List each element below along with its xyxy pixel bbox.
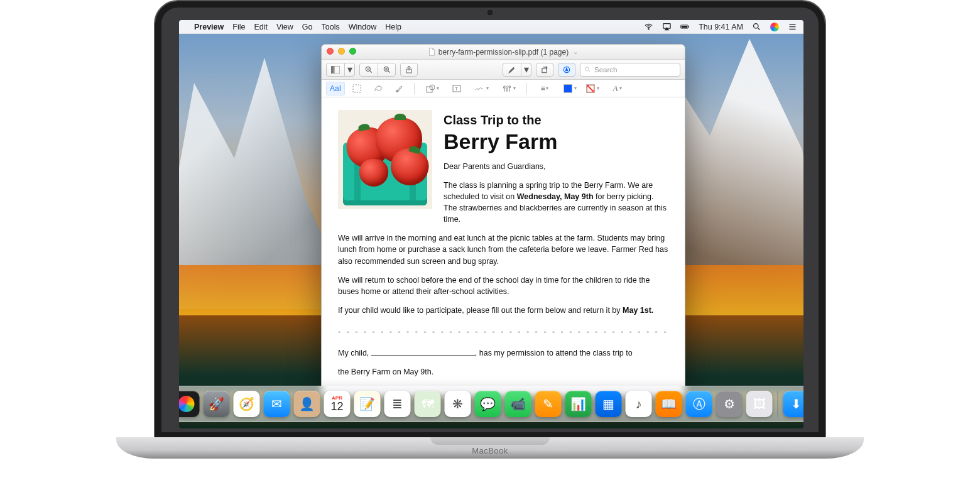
dock-appstore[interactable]: Ⓐ xyxy=(686,391,712,417)
svg-point-34 xyxy=(506,89,508,90)
doc-greeting: Dear Parents and Guardians, xyxy=(444,161,668,172)
highlight-button[interactable]: ▾ xyxy=(503,63,531,77)
app-menu[interactable]: Preview xyxy=(194,23,224,31)
menubar-clock[interactable]: Thu 9:41 AM xyxy=(699,23,743,31)
hardware-label: MacBook xyxy=(116,446,864,455)
laptop-base: MacBook xyxy=(116,437,864,459)
rotate-button[interactable] xyxy=(536,63,553,77)
close-button[interactable] xyxy=(327,48,334,55)
svg-line-23 xyxy=(589,70,590,72)
permission-line-1: My child, , has my permission to attend … xyxy=(338,347,668,359)
lasso-button[interactable] xyxy=(369,82,388,95)
laptop-frame: Preview File Edit View Go Tools Window H… xyxy=(116,0,864,490)
font-style-button[interactable]: A xyxy=(605,82,630,95)
instant-alpha-button[interactable] xyxy=(390,82,409,95)
dock-notes[interactable]: 📝 xyxy=(354,391,381,417)
webcam xyxy=(487,10,493,15)
svg-line-6 xyxy=(758,28,760,30)
dock-calendar[interactable]: APR12 xyxy=(324,391,351,417)
svg-rect-10 xyxy=(331,66,334,74)
dock-maps[interactable]: 🗺 xyxy=(415,391,441,417)
dock-keynote[interactable]: ▦ xyxy=(596,391,622,417)
svg-point-5 xyxy=(754,24,759,29)
sign-button[interactable] xyxy=(469,82,494,95)
svg-point-0 xyxy=(648,29,649,30)
markup-toggle-button[interactable] xyxy=(558,63,575,77)
menu-tools[interactable]: Tools xyxy=(322,23,340,31)
menubar: Preview File Edit View Go Tools Window H… xyxy=(179,20,803,34)
permission-line-2: the Berry Farm on May 9th. xyxy=(338,366,668,378)
notification-center-icon[interactable] xyxy=(788,22,797,31)
border-color-button[interactable] xyxy=(560,82,580,95)
window-controls xyxy=(327,48,356,55)
text-style-button[interactable]: AaI xyxy=(326,82,345,95)
dock-ibooks[interactable]: 📖 xyxy=(656,391,682,417)
title-dropdown-icon[interactable]: ⌄ xyxy=(573,48,578,55)
airplay-icon[interactable] xyxy=(662,22,672,31)
dock-safari[interactable]: 🧭 xyxy=(234,391,260,417)
dock-contacts[interactable]: 👤 xyxy=(294,391,320,417)
sidebar-view-button[interactable]: ▾ xyxy=(326,63,355,77)
search-placeholder: Search xyxy=(594,66,617,74)
markup-toolbar: AaI T ≡ A xyxy=(322,80,685,97)
dock-preferences[interactable]: ⚙ xyxy=(716,391,743,417)
text-box-button[interactable]: T xyxy=(447,82,466,95)
menu-help[interactable]: Help xyxy=(385,23,401,31)
siri-icon[interactable] xyxy=(770,23,779,31)
dock-reminders[interactable]: ≣ xyxy=(384,391,411,417)
spotlight-icon[interactable] xyxy=(752,22,761,31)
document-page[interactable]: Class Trip to the Berry Farm Dear Parent… xyxy=(322,97,685,395)
dock-facetime[interactable]: 📹 xyxy=(505,391,531,417)
menu-view[interactable]: View xyxy=(276,23,293,31)
dock-mail[interactable]: ✉ xyxy=(264,391,290,417)
svg-rect-24 xyxy=(353,85,361,92)
zoom-button[interactable] xyxy=(349,48,356,55)
fill-color-button[interactable] xyxy=(582,82,602,95)
window-title: berry-farm-permission-slip.pdf (1 page) … xyxy=(428,48,578,57)
dock-pages[interactable]: ✎ xyxy=(535,391,562,417)
battery-icon[interactable] xyxy=(680,22,690,31)
menu-edit[interactable]: Edit xyxy=(254,23,268,31)
menu-window[interactable]: Window xyxy=(349,23,376,31)
svg-text:T: T xyxy=(455,86,458,92)
shapes-button[interactable] xyxy=(420,82,445,95)
zoom-in-button[interactable] xyxy=(378,63,395,76)
menu-go[interactable]: Go xyxy=(302,23,313,31)
laptop-lid: Preview File Edit View Go Tools Window H… xyxy=(154,0,826,440)
svg-point-33 xyxy=(503,86,505,88)
dock-separator xyxy=(778,391,778,417)
window-title-text: berry-farm-permission-slip.pdf (1 page) xyxy=(438,48,569,57)
doc-paragraph-3: We will return to school before the end … xyxy=(338,275,668,297)
name-blank[interactable] xyxy=(371,355,475,356)
doc-pretitle: Class Trip to the xyxy=(444,111,668,129)
svg-rect-20 xyxy=(542,68,547,72)
doc-paragraph-1: The class is planning a spring trip to t… xyxy=(444,180,668,226)
svg-line-13 xyxy=(370,70,372,72)
dock-downloads[interactable]: ⬇ xyxy=(783,391,804,417)
doc-title: Berry Farm xyxy=(444,131,668,153)
dock-launchpad[interactable]: 🚀 xyxy=(204,391,230,417)
dock-numbers[interactable]: 📊 xyxy=(565,391,592,417)
zoom-out-button[interactable] xyxy=(360,63,378,76)
dock-itunes[interactable]: ♪ xyxy=(626,391,652,417)
dock: ☺🚀🧭✉👤APR12📝≣🗺❋💬📹✎📊▦♪📖Ⓐ⚙🖼⬇🗑 xyxy=(179,386,803,422)
adjust-color-button[interactable] xyxy=(496,82,521,95)
wifi-icon[interactable] xyxy=(644,22,653,31)
svg-rect-3 xyxy=(682,26,688,28)
svg-point-22 xyxy=(585,67,589,71)
dock-preview[interactable]: 🖼 xyxy=(746,391,773,417)
doc-paragraph-2: We will arrive in the morning and eat lu… xyxy=(338,232,668,266)
line-width-button[interactable]: ≡ xyxy=(532,82,557,95)
rect-select-button[interactable] xyxy=(347,82,366,95)
dock-siri[interactable] xyxy=(179,391,200,417)
dock-messages[interactable]: 💬 xyxy=(475,391,501,417)
share-button[interactable] xyxy=(400,63,418,77)
minimize-button[interactable] xyxy=(338,48,345,55)
doc-paragraph-4: If your child would like to participate,… xyxy=(338,305,668,316)
dock-photos[interactable]: ❋ xyxy=(445,391,471,417)
svg-point-25 xyxy=(396,90,398,92)
menu-file[interactable]: File xyxy=(232,23,245,31)
search-field[interactable]: Search xyxy=(580,63,680,77)
window-titlebar[interactable]: berry-farm-permission-slip.pdf (1 page) … xyxy=(322,45,685,60)
strawberry-photo xyxy=(338,110,432,209)
